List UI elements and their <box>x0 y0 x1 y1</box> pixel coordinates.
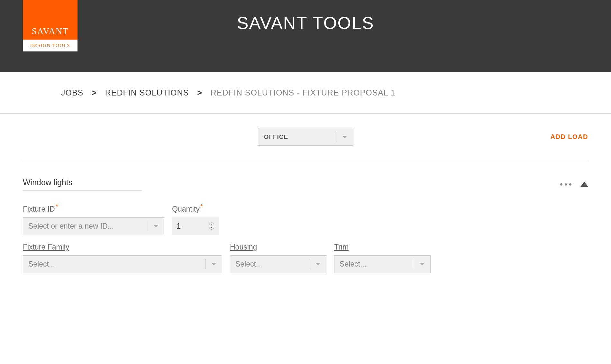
housing-select[interactable]: Select... <box>230 255 326 273</box>
fixture-id-field: Fixture ID* Select or enter a new ID... <box>23 203 164 235</box>
chevron-down-icon <box>148 225 164 227</box>
room-select[interactable]: OFFICE <box>258 128 353 146</box>
fixture-family-label[interactable]: Fixture Family <box>23 243 222 251</box>
trim-select[interactable]: Select... <box>334 255 431 273</box>
housing-field: Housing Select... <box>230 243 326 273</box>
chevron-down-icon <box>206 263 222 265</box>
app-header: SAVANT DESIGN TOOLS SAVANT TOOLS <box>0 0 611 72</box>
stepper-icon[interactable]: ▴▾ <box>209 223 214 230</box>
chevron-down-icon <box>336 136 353 138</box>
required-indicator: * <box>200 203 203 210</box>
breadcrumb-item-current: REDFIN SOLUTIONS - FIXTURE PROPOSAL 1 <box>211 88 396 97</box>
chevron-down-icon <box>310 263 326 265</box>
fixture-family-select[interactable]: Select... <box>23 255 222 273</box>
more-actions-icon[interactable] <box>560 183 571 186</box>
quantity-label: Quantity* <box>172 203 219 214</box>
chevron-down-icon <box>414 263 430 265</box>
logo-subtitle-text: DESIGN TOOLS <box>30 43 70 48</box>
trim-placeholder: Select... <box>334 259 414 269</box>
housing-label[interactable]: Housing <box>230 243 326 251</box>
required-indicator: * <box>56 203 58 210</box>
breadcrumb-item-jobs[interactable]: JOBS <box>61 88 83 97</box>
quantity-value: 1 <box>177 222 181 231</box>
trim-label[interactable]: Trim <box>334 243 431 251</box>
logo[interactable]: SAVANT DESIGN TOOLS <box>23 0 78 51</box>
toolbar: OFFICE ADD LOAD <box>23 114 588 160</box>
logo-subtitle: DESIGN TOOLS <box>23 40 78 51</box>
section-title[interactable]: Window lights <box>23 178 142 191</box>
page-title: SAVANT TOOLS <box>0 0 611 33</box>
fixture-id-select[interactable]: Select or enter a new ID... <box>23 217 164 235</box>
logo-brand-text: SAVANT <box>32 26 69 36</box>
add-load-button[interactable]: ADD LOAD <box>550 133 588 141</box>
breadcrumb: JOBS > REDFIN SOLUTIONS > REDFIN SOLUTIO… <box>0 72 611 114</box>
trim-field: Trim Select... <box>334 243 431 273</box>
breadcrumb-separator: > <box>92 88 97 97</box>
room-select-value: OFFICE <box>258 132 336 142</box>
collapse-icon[interactable] <box>580 182 588 187</box>
load-section: Window lights Fixture ID* Select or ente… <box>23 160 588 273</box>
logo-brand: SAVANT <box>23 0 78 40</box>
breadcrumb-item-client[interactable]: REDFIN SOLUTIONS <box>105 88 189 97</box>
fixture-id-placeholder: Select or enter a new ID... <box>23 221 148 231</box>
quantity-stepper[interactable]: 1 ▴▾ <box>172 217 219 235</box>
breadcrumb-separator: > <box>197 88 202 97</box>
fixture-family-field: Fixture Family Select... <box>23 243 222 273</box>
housing-placeholder: Select... <box>230 259 310 269</box>
quantity-field: Quantity* 1 ▴▾ <box>172 203 219 235</box>
fixture-id-label: Fixture ID* <box>23 203 164 214</box>
fixture-family-placeholder: Select... <box>23 259 206 269</box>
